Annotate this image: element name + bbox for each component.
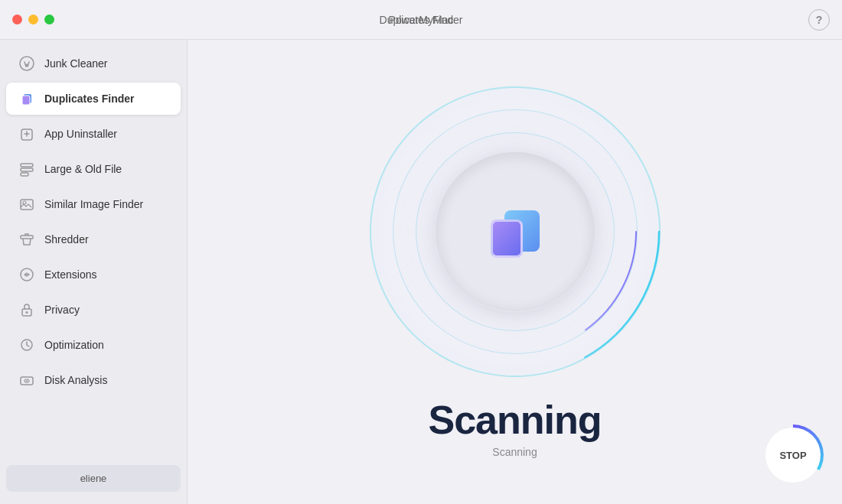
scanning-title: Scanning	[428, 400, 601, 440]
similar-image-finder-icon	[18, 196, 35, 213]
sidebar-item-large-old-file[interactable]: Large & Old File	[6, 153, 181, 185]
sidebar-item-similar-image-finder[interactable]: Similar Image Finder	[6, 188, 181, 220]
privacy-icon	[18, 301, 35, 318]
sidebar-label-duplicates-finder: Duplicates Finder	[44, 93, 134, 105]
sidebar-item-optimization[interactable]: Optimization	[6, 329, 181, 361]
stop-button-wrapper[interactable]: STOP	[762, 424, 824, 486]
main-layout: Junk Cleaner Duplicates Finder App Unins…	[0, 40, 842, 504]
extensions-icon	[18, 266, 35, 283]
sidebar-item-privacy[interactable]: Privacy	[6, 294, 181, 326]
stop-button[interactable]: STOP	[765, 428, 821, 483]
svg-rect-4	[21, 164, 33, 167]
svg-point-8	[23, 201, 26, 204]
center-icon	[477, 193, 553, 270]
sidebar-item-app-uninstaller[interactable]: App Uninstaller	[6, 118, 181, 150]
sidebar-label-optimization: Optimization	[44, 339, 104, 351]
sidebar-label-junk-cleaner: Junk Cleaner	[44, 57, 108, 70]
sidebar-user[interactable]: eliene	[6, 465, 181, 492]
rings-container	[370, 86, 661, 377]
svg-point-17	[26, 380, 28, 382]
svg-point-0	[20, 57, 34, 70]
maximize-button[interactable]	[44, 15, 54, 24]
duplicates-finder-icon	[18, 90, 35, 107]
sidebar-label-extensions: Extensions	[44, 268, 96, 281]
sidebar-label-large-old-file: Large & Old File	[44, 163, 122, 175]
sidebar-item-disk-analysis[interactable]: Disk Analysis	[6, 364, 181, 396]
svg-rect-2	[22, 96, 30, 105]
titlebar: PowerMyMac Duplicates Finder ?	[0, 0, 842, 40]
sidebar-item-duplicates-finder[interactable]: Duplicates Finder	[6, 83, 181, 115]
optimization-icon	[18, 337, 35, 353]
shredder-icon	[18, 231, 35, 248]
icon-rect-front	[491, 219, 523, 258]
sidebar-item-junk-cleaner[interactable]: Junk Cleaner	[6, 47, 181, 80]
scanning-subtitle: Scanning	[492, 446, 537, 458]
sidebar-item-shredder[interactable]: Shredder	[6, 223, 181, 255]
svg-point-13	[26, 311, 28, 314]
large-old-file-icon	[18, 161, 35, 177]
traffic-lights	[12, 15, 54, 24]
sidebar-label-similar-image-finder: Similar Image Finder	[44, 198, 143, 210]
duplicates-icon	[488, 204, 543, 259]
sidebar-item-extensions[interactable]: Extensions	[6, 259, 181, 291]
app-uninstaller-icon	[18, 125, 35, 142]
sidebar: Junk Cleaner Duplicates Finder App Unins…	[0, 40, 188, 504]
sidebar-label-shredder: Shredder	[44, 233, 89, 245]
content-area: Scanning Scanning STOP	[188, 40, 842, 504]
junk-cleaner-icon	[18, 55, 35, 72]
disk-analysis-icon	[18, 372, 35, 389]
svg-rect-7	[21, 200, 33, 210]
sidebar-label-privacy: Privacy	[44, 304, 80, 316]
close-button[interactable]	[12, 15, 22, 24]
help-button[interactable]: ?	[808, 9, 830, 31]
svg-rect-9	[21, 236, 33, 239]
svg-rect-5	[21, 168, 33, 171]
scanning-area: Scanning Scanning	[370, 86, 661, 458]
minimize-button[interactable]	[28, 15, 38, 24]
sidebar-label-app-uninstaller: App Uninstaller	[44, 128, 117, 140]
sidebar-label-disk-analysis: Disk Analysis	[44, 374, 107, 386]
window-title: Duplicates Finder	[380, 14, 463, 26]
svg-rect-6	[21, 173, 28, 176]
